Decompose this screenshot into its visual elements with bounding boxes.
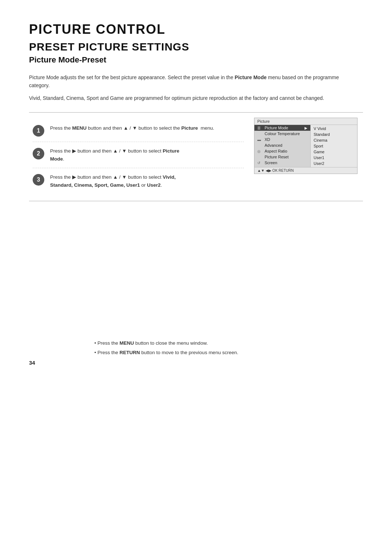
intro2-text: Vivid, Standard, Cinema, Sport and Game … [29,95,324,101]
step-1: 1 Press the MENU button and then ▲ / ▼ b… [33,119,244,142]
page-number: 34 [29,360,35,366]
menu-icon-aspect-ratio: ◎ [257,149,264,153]
menu-value-standard: Standard [311,131,347,137]
menu-right-list: V Vivid Standard Cinema Sport Game User1… [311,125,347,167]
menu-icon-picture-mode: ☰ [257,126,264,130]
intro1-bold: Picture Mode [235,74,267,80]
menu-value-user1: User1 [311,155,347,161]
section-title: PRESET PICTURE SETTINGS [29,41,363,53]
content-area: 1 Press the MENU button and then ▲ / ▼ b… [29,112,363,201]
menu-label-aspect-ratio: Aspect Ratio [264,149,302,153]
step-2-number: 2 [33,148,44,159]
menu-arrow-picture-mode: ▶ [302,126,307,130]
menu-icon-screen: ↺ [257,161,264,165]
menu-value-sport: Sport [311,143,347,149]
step-3: 3 Press the ▶ button and then ▲ / ▼ butt… [33,168,244,194]
note-2-bold: RETURN [119,350,140,355]
menu-row-advanced: Advanced [254,142,310,148]
steps-panel: 1 Press the MENU button and then ▲ / ▼ b… [29,113,250,200]
step-2-text: Press the ▶ button and then ▲ / ▼ button… [50,147,179,163]
menu-row-picture-mode: ☰ Picture Mode ▶ [254,125,310,131]
menu-label-screen: Screen [264,161,302,165]
step-3-text: Press the ▶ button and then ▲ / ▼ button… [50,173,176,189]
menu-label-picture-reset: Picture Reset [264,155,302,159]
menu-row-screen: ↺ Screen [254,160,310,166]
menu-value-game: Game [311,149,347,155]
step-2-arrows: ▲ / ▼ [113,148,127,154]
note-1-bold: MENU [119,340,134,346]
step-3-bold-user2: User2 [147,182,161,188]
menu-icon-xd: ▬ [257,138,264,142]
main-title: PICTURE CONTROL [29,22,363,37]
menu-value-cinema: Cinema [311,137,347,143]
step-1-bold-picture: Picture [181,125,198,131]
menu-footer: ▲▼ ◀▶ OK RETURN [254,167,357,174]
menu-row-picture-reset: Picture Reset [254,154,310,160]
menu-split: ☰ Picture Mode ▶ Colour Temperature ▬ XD [254,125,357,167]
notes-area: Press the MENU button to close the menu … [29,339,363,357]
step-3-number: 3 [33,174,44,186]
menu-label-advanced: Advanced [264,143,302,147]
menu-row-aspect-ratio: ◎ Aspect Ratio [254,148,310,154]
intro-paragraph-2: Vivid, Standard, Cinema, Sport and Game … [29,94,341,102]
step-2: 2 Press the ▶ button and then ▲ / ▼ butt… [33,142,244,168]
menu-row-xd: ▬ XD [254,137,310,142]
subsection-title: Picture Mode-Preset [29,55,363,65]
step-1-bold-menu: MENU [72,125,87,131]
step-1-text: Press the MENU button and then ▲ / ▼ but… [50,124,214,132]
step-3-arrow: ▶ [72,174,76,180]
step-1-number: 1 [33,125,44,137]
step-3-arrows: ▲ / ▼ [113,174,127,180]
menu-value-vivid: V Vivid [311,126,347,131]
step-1-arrows: ▲ / ▼ [123,125,137,131]
menu-label-picture-mode: Picture Mode [264,126,302,130]
menu-label-colour-temp: Colour Temperature [264,131,302,136]
intro-paragraph-1: Picture Mode adjusts the set for the bes… [29,73,341,90]
step-2-arrow: ▶ [72,148,76,154]
menu-label-xd: XD [264,137,302,142]
menu-screenshot: Picture ☰ Picture Mode ▶ Colour Temperat… [254,118,358,174]
page: PICTURE CONTROL PRESET PICTURE SETTINGS … [0,0,392,380]
menu-title: Picture [254,118,357,125]
menu-value-user2: User2 [311,161,347,166]
menu-left-list: ☰ Picture Mode ▶ Colour Temperature ▬ XD [254,125,311,167]
step-2-bold-picture: Picture [163,148,179,154]
note-2: Press the RETURN button to move to the p… [94,349,363,357]
menu-row-colour-temp: Colour Temperature [254,131,310,137]
step-2-bold-mode: Mode [50,156,63,162]
menu-panel: Picture ☰ Picture Mode ▶ Colour Temperat… [250,113,363,200]
intro1-before: Picture Mode adjusts the set for the bes… [29,74,235,80]
note-1: Press the MENU button to close the menu … [94,339,363,348]
